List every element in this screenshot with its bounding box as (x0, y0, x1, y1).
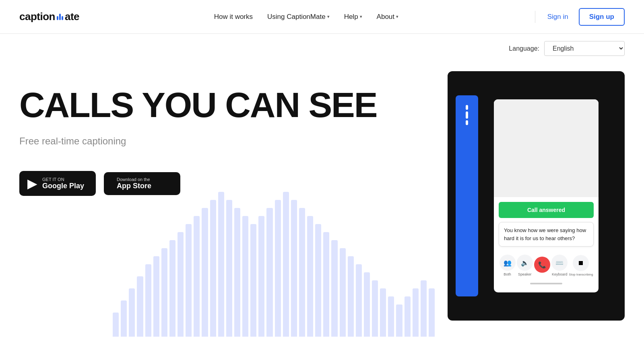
caption-bubble: You know how we were saying how hard it … (499, 222, 594, 247)
language-label: Language: (509, 45, 539, 52)
app-store-line1: Download on the (117, 177, 151, 182)
wave-bar (421, 280, 427, 337)
hero-title: CALLS YOU CAN SEE (19, 87, 448, 123)
captionmate-icon (466, 105, 468, 125)
wave-bar (218, 192, 224, 337)
nav-link-how-it-works[interactable]: How it works (208, 10, 258, 24)
app-store-button[interactable]: Download on the App Store (104, 172, 180, 195)
nav-item-how-it-works[interactable]: How it works (208, 10, 258, 24)
ctrl-keyboard-icon: ⌨️ (551, 255, 568, 271)
nav-divider (535, 11, 535, 23)
wave-bar (194, 216, 200, 337)
wave-bar (380, 288, 386, 337)
bar-icon-2 (466, 111, 468, 119)
nav-item-help[interactable]: Help ▾ (339, 10, 368, 24)
call-controls: 👥 Both 🔈 Speaker 📞 ⌨️ (499, 251, 594, 280)
wave-bar (202, 208, 208, 337)
logo-bar-1 (57, 16, 58, 20)
signin-button[interactable]: Sign in (542, 10, 574, 24)
app-store-text: Download on the App Store (117, 177, 151, 190)
ctrl-both-icon: 👥 (500, 255, 516, 271)
wave-bar (266, 208, 272, 337)
dropdown-arrow-icon: ▾ (360, 14, 362, 19)
wave-bar (161, 248, 167, 337)
google-play-line1: GET IT ON (42, 177, 84, 182)
wave-bar (169, 240, 175, 337)
nav-link-help[interactable]: Help ▾ (339, 10, 368, 24)
nav-item-about[interactable]: About ▾ (371, 10, 404, 24)
google-play-line2: Google Play (42, 182, 84, 190)
wave-bar (372, 280, 378, 337)
google-play-button[interactable]: ▶ GET IT ON Google Play (19, 171, 96, 196)
wave-bar (153, 256, 159, 337)
logo-bar-3 (62, 16, 63, 20)
wave-bar (137, 276, 143, 337)
ctrl-stop-icon: ⏹ (573, 255, 589, 271)
dropdown-arrow-icon: ▾ (396, 14, 398, 19)
dropdown-arrow-icon: ▾ (327, 14, 330, 19)
wave-bar (405, 296, 411, 337)
nav-auth: Sign in Sign up (533, 8, 625, 26)
wave-bar (258, 216, 264, 337)
wave-bar (121, 300, 127, 337)
ctrl-both-label: Both (504, 272, 511, 276)
logo: caption ate (19, 10, 79, 23)
google-play-text: GET IT ON Google Play (42, 177, 84, 190)
wave-bar (145, 264, 151, 337)
phone-blue-sidebar (456, 95, 478, 296)
ctrl-speaker-icon: 🔈 (517, 255, 533, 271)
hero-section: CALLS YOU CAN SEE Free real-time caption… (0, 63, 644, 337)
ctrl-hangup[interactable]: 📞 (534, 257, 550, 274)
wave-bar (242, 216, 248, 337)
navbar: caption ate How it works Using CaptionMa… (0, 0, 644, 34)
ctrl-hangup-icon: 📞 (534, 257, 550, 273)
wave-bar (113, 313, 119, 337)
wave-bar (396, 304, 402, 337)
call-answered-banner: Call answered (499, 202, 594, 218)
wave-bar (283, 192, 289, 337)
ctrl-both[interactable]: 👥 Both (500, 255, 516, 276)
ctrl-keyboard-label: Keyboard (552, 272, 568, 276)
bar-icon-1 (466, 105, 468, 110)
google-play-icon: ▶ (27, 176, 37, 191)
logo-bars-icon (57, 14, 63, 20)
wave-bar (129, 288, 135, 337)
ctrl-speaker-label: Speaker (518, 272, 532, 276)
wave-bar (356, 264, 362, 337)
language-bar: Language: English Spanish French German (0, 34, 644, 63)
phone-container: Call answered You know how we were sayin… (448, 71, 625, 321)
phone-home-bar (530, 283, 562, 284)
wave-bar (388, 296, 394, 337)
hero-right: Call answered You know how we were sayin… (448, 71, 625, 321)
ctrl-speaker[interactable]: 🔈 Speaker (517, 255, 533, 276)
logo-bar-2 (59, 14, 61, 20)
phone-screen-top (494, 99, 599, 197)
nav-links: How it works Using CaptionMate ▾ Help ▾ … (208, 10, 404, 24)
app-store-line2: App Store (117, 182, 151, 190)
wave-bar (210, 200, 216, 337)
language-select[interactable]: English Spanish French German (544, 41, 625, 56)
wave-bar (340, 248, 346, 337)
wave-bar (315, 224, 321, 337)
ctrl-stop[interactable]: ⏹ Stop transcribing (569, 255, 593, 276)
wave-bar (331, 240, 337, 337)
nav-item-using-captionmate[interactable]: Using CaptionMate ▾ (262, 10, 335, 24)
wave-bar (429, 288, 435, 337)
wave-bar (413, 288, 419, 337)
wave-bar (186, 224, 192, 337)
hero-subtitle: Free real-time captioning (19, 136, 448, 147)
phone-screen-bottom: Call answered You know how we were sayin… (494, 197, 599, 292)
signup-button[interactable]: Sign up (579, 8, 625, 26)
hero-left: CALLS YOU CAN SEE Free real-time caption… (19, 71, 448, 196)
ctrl-keyboard[interactable]: ⌨️ Keyboard (551, 255, 568, 276)
nav-link-about[interactable]: About ▾ (371, 10, 404, 24)
wave-bar (348, 256, 354, 337)
nav-link-using-captionmate[interactable]: Using CaptionMate ▾ (262, 10, 335, 24)
wave-bar (250, 224, 256, 337)
logo-text-before: caption (19, 10, 55, 23)
wave-bar (234, 208, 240, 337)
wave-bar (307, 216, 313, 337)
caption-text: You know how we were saying how hard it … (504, 227, 586, 241)
waveform (113, 176, 435, 337)
store-buttons: ▶ GET IT ON Google Play Download on the … (19, 171, 448, 196)
